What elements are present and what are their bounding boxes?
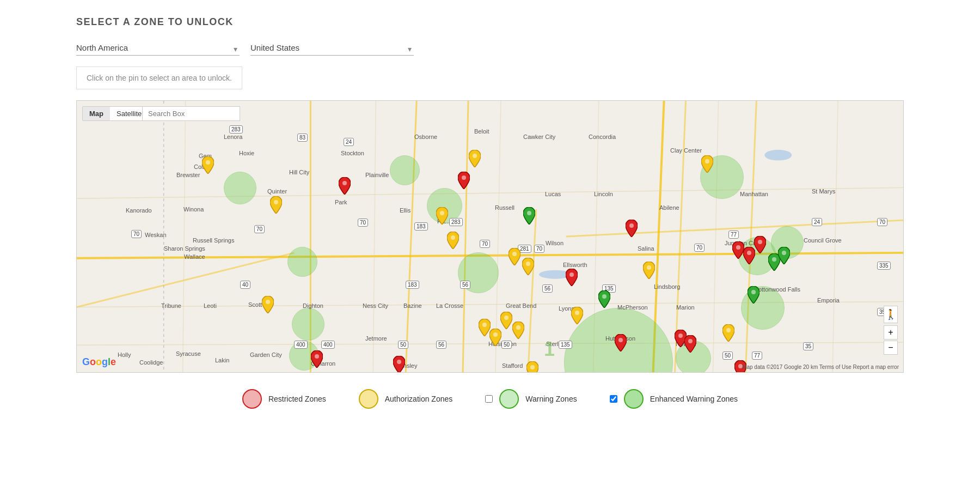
- pin-yellow-11[interactable]: [262, 296, 274, 313]
- dropdowns-row: North America South America Europe Asia …: [76, 43, 904, 56]
- svg-point-45: [758, 240, 762, 244]
- info-box-text: Click on the pin to select an area to un…: [87, 74, 232, 82]
- country-dropdown[interactable]: United States Canada Mexico: [250, 43, 414, 52]
- pin-red-12[interactable]: [684, 335, 696, 353]
- pin-yellow-7[interactable]: [522, 258, 534, 275]
- map-type-control: Map Satellite: [82, 106, 149, 121]
- svg-point-44: [747, 251, 751, 255]
- svg-point-55: [772, 257, 776, 262]
- pin-yellow-4[interactable]: [447, 232, 459, 249]
- pin-red-3[interactable]: [626, 220, 638, 237]
- legend-label-warning: Warning Zones: [525, 395, 577, 403]
- pin-yellow-13[interactable]: [512, 322, 524, 339]
- map-container[interactable]: Lenora Hoxie Colby Gem Brewster Hill Cit…: [76, 100, 904, 373]
- pin-yellow-17[interactable]: [526, 361, 538, 373]
- legend-item-enhanced: Enhanced Warning Zones: [610, 389, 738, 409]
- legend-circle-authorization: [359, 389, 378, 409]
- svg-point-33: [504, 316, 509, 320]
- legend-item-warning: Warning Zones: [485, 389, 577, 409]
- pin-red-1[interactable]: [339, 177, 351, 195]
- map-search-box-container: [142, 106, 240, 121]
- map-search-input[interactable]: [142, 106, 240, 121]
- legend-label-restricted: Restricted Zones: [268, 395, 326, 403]
- legend-circle-warning: [499, 389, 519, 409]
- svg-point-50: [688, 339, 693, 343]
- page-container: SELECT A ZONE TO UNLOCK North America So…: [0, 0, 980, 431]
- zone-circle-green-2: [390, 155, 420, 185]
- legend-circle-restricted: [242, 389, 262, 409]
- svg-point-23: [274, 200, 278, 204]
- svg-point-30: [705, 159, 709, 163]
- legend-item-restricted: Restricted Zones: [242, 389, 326, 409]
- legend-circle-enhanced: [624, 389, 644, 409]
- pin-yellow-16[interactable]: [571, 307, 583, 324]
- pin-red-7[interactable]: [754, 236, 766, 253]
- pin-red-10[interactable]: [615, 334, 627, 351]
- pin-green-3[interactable]: [748, 286, 759, 304]
- pin-yellow-9[interactable]: [701, 155, 713, 173]
- pin-red-4[interactable]: [566, 269, 578, 286]
- pin-red-9[interactable]: [393, 356, 405, 373]
- map-zoom-controls: 🚶 + −: [884, 306, 898, 356]
- page-title: SELECT A ZONE TO UNLOCK: [76, 16, 904, 28]
- pin-red-6[interactable]: [743, 247, 755, 264]
- svg-point-41: [629, 223, 634, 228]
- svg-point-34: [516, 325, 520, 330]
- pin-red-5[interactable]: [732, 241, 744, 259]
- map-attribution-text: Map data ©2017 Google 20 km Terms of Use…: [742, 364, 899, 370]
- google-logo: Google: [82, 356, 116, 368]
- svg-point-47: [397, 360, 401, 364]
- continent-dropdown-wrapper: North America South America Europe Asia …: [76, 43, 240, 56]
- zone-circle-green-6: [292, 308, 324, 341]
- continent-dropdown[interactable]: North America South America Europe Asia …: [76, 43, 240, 52]
- pin-yellow-15[interactable]: [489, 329, 501, 346]
- map-attribution: Map data ©2017 Google 20 km Terms of Use…: [742, 364, 899, 370]
- svg-point-29: [647, 265, 651, 270]
- svg-point-43: [736, 245, 740, 250]
- zone-circle-green-1: [224, 172, 256, 204]
- map-type-map-button[interactable]: Map: [83, 107, 110, 120]
- pin-red-2[interactable]: [458, 172, 470, 189]
- svg-point-49: [678, 334, 683, 338]
- info-box: Click on the pin to select an area to un…: [76, 66, 242, 89]
- pin-yellow-12[interactable]: [500, 312, 512, 329]
- svg-point-37: [575, 311, 579, 315]
- svg-point-22: [206, 160, 210, 165]
- pin-yellow-2[interactable]: [270, 196, 282, 214]
- pin-red-8[interactable]: [311, 350, 323, 368]
- legend-item-authorization: Authorization Zones: [359, 389, 453, 409]
- legend-label-enhanced: Enhanced Warning Zones: [650, 395, 738, 403]
- pin-green-1[interactable]: [523, 207, 535, 225]
- svg-point-52: [527, 211, 531, 215]
- svg-point-40: [462, 175, 466, 180]
- svg-point-36: [493, 332, 498, 337]
- pin-yellow-5[interactable]: [469, 150, 481, 167]
- legend: Restricted Zones Authorization Zones War…: [76, 389, 904, 409]
- pin-yellow-10[interactable]: [722, 324, 734, 342]
- pegman-icon[interactable]: 🚶: [884, 306, 898, 323]
- svg-point-28: [526, 262, 530, 266]
- svg-point-56: [782, 251, 786, 255]
- svg-point-35: [482, 323, 487, 327]
- legend-checkbox-enhanced[interactable]: [610, 395, 617, 403]
- pin-yellow-14[interactable]: [479, 319, 491, 336]
- svg-point-48: [618, 338, 623, 342]
- svg-point-42: [569, 272, 574, 277]
- pin-yellow-3[interactable]: [436, 207, 448, 225]
- svg-point-32: [266, 300, 270, 304]
- pin-yellow-8[interactable]: [643, 262, 655, 279]
- pin-yellow-1[interactable]: [202, 156, 214, 174]
- legend-checkbox-warning[interactable]: [485, 395, 493, 403]
- pin-yellow-6[interactable]: [509, 248, 520, 265]
- zoom-in-button[interactable]: +: [884, 325, 898, 340]
- country-dropdown-wrapper: United States Canada Mexico ▾: [250, 43, 414, 56]
- svg-point-53: [602, 294, 607, 299]
- svg-point-25: [451, 235, 455, 240]
- pin-green-5[interactable]: [778, 247, 790, 264]
- pin-green-2[interactable]: [598, 290, 610, 308]
- svg-point-54: [751, 290, 756, 294]
- svg-point-39: [342, 181, 347, 185]
- svg-point-46: [315, 354, 319, 359]
- zoom-out-button[interactable]: −: [884, 341, 898, 355]
- svg-point-31: [726, 328, 731, 332]
